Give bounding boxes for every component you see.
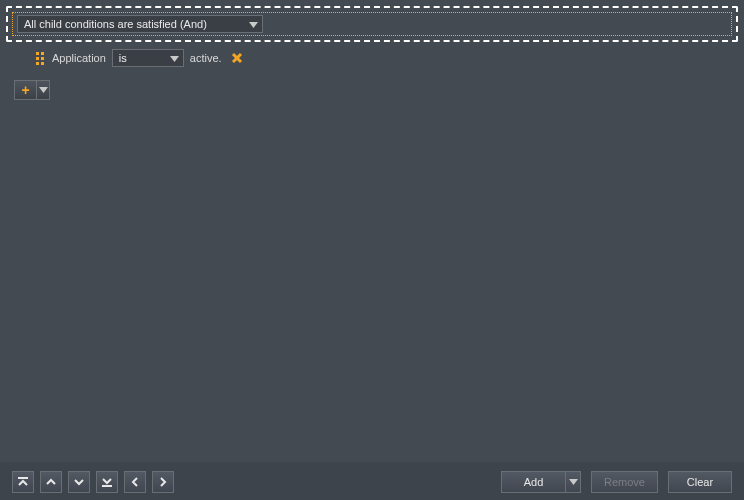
condition-suffix-label: active. bbox=[190, 52, 222, 64]
plus-icon: + bbox=[21, 83, 29, 97]
group-logic-label: All child conditions are satisfied (And) bbox=[24, 18, 207, 30]
drag-handle-icon[interactable] bbox=[36, 52, 46, 64]
remove-button: Remove bbox=[591, 471, 658, 493]
move-to-top-button[interactable] bbox=[12, 471, 34, 493]
chevron-down-icon bbox=[165, 52, 179, 64]
move-to-bottom-button[interactable] bbox=[96, 471, 118, 493]
condition-operator-dropdown[interactable]: is bbox=[112, 49, 184, 67]
footer-toolbar: Add Remove Clear bbox=[0, 462, 744, 500]
move-up-button[interactable] bbox=[40, 471, 62, 493]
condition-subject-label: Application bbox=[52, 52, 106, 64]
clear-button[interactable]: Clear bbox=[668, 471, 732, 493]
condition-row: Application is active. bbox=[36, 48, 246, 68]
svg-marker-7 bbox=[569, 479, 578, 485]
previous-button[interactable] bbox=[124, 471, 146, 493]
chevron-top-icon bbox=[17, 476, 29, 488]
close-icon bbox=[231, 52, 243, 64]
add-button-dropdown[interactable] bbox=[565, 471, 581, 493]
chevron-down-icon bbox=[73, 476, 85, 488]
chevron-up-icon bbox=[45, 476, 57, 488]
svg-marker-1 bbox=[170, 56, 179, 62]
remove-button-label: Remove bbox=[604, 476, 645, 488]
chevron-down-icon bbox=[244, 18, 258, 30]
add-condition-split-button: + bbox=[14, 80, 50, 100]
nav-button-group bbox=[12, 471, 174, 493]
next-button[interactable] bbox=[152, 471, 174, 493]
chevron-down-icon bbox=[569, 479, 578, 485]
add-condition-button[interactable]: + bbox=[14, 80, 36, 100]
chevron-left-icon bbox=[129, 476, 141, 488]
chevron-right-icon bbox=[157, 476, 169, 488]
move-down-button[interactable] bbox=[68, 471, 90, 493]
clear-button-label: Clear bbox=[687, 476, 713, 488]
svg-marker-0 bbox=[249, 22, 258, 28]
condition-group-row[interactable]: All child conditions are satisfied (And) bbox=[12, 12, 732, 36]
chevron-bottom-icon bbox=[101, 476, 113, 488]
add-split-button: Add bbox=[501, 471, 581, 493]
add-condition-dropdown[interactable] bbox=[36, 80, 50, 100]
condition-operator-label: is bbox=[119, 52, 127, 64]
action-button-group: Add Remove Clear bbox=[501, 471, 732, 493]
svg-marker-4 bbox=[39, 87, 48, 93]
group-logic-dropdown[interactable]: All child conditions are satisfied (And) bbox=[17, 15, 263, 33]
add-button[interactable]: Add bbox=[501, 471, 565, 493]
chevron-down-icon bbox=[39, 87, 48, 93]
delete-condition-button[interactable] bbox=[228, 49, 246, 67]
add-button-label: Add bbox=[524, 476, 544, 488]
